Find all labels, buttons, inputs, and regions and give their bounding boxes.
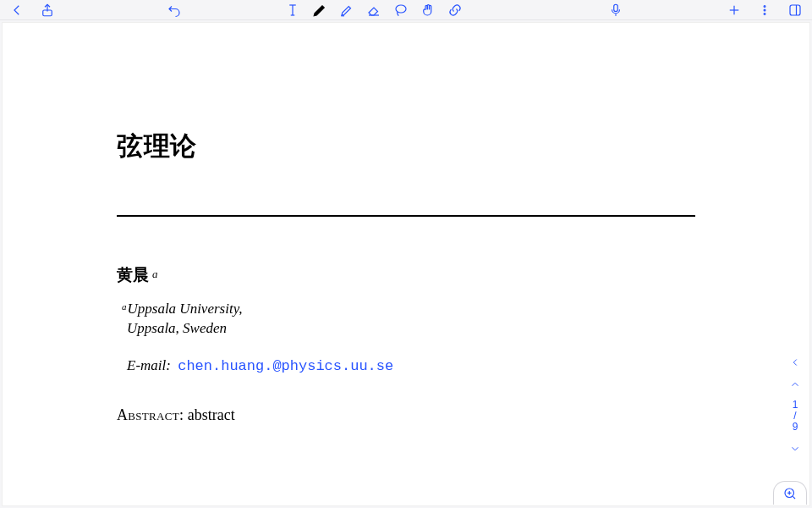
microphone-icon[interactable]: [607, 2, 624, 19]
highlighter-tool-icon[interactable]: [338, 2, 355, 19]
affil-line1: Uppsala University,: [128, 301, 243, 317]
toolbar: [0, 0, 812, 20]
page-indicator: 1 / 9: [793, 400, 798, 433]
back-icon[interactable]: [8, 2, 25, 19]
page-nav: 1 / 9: [788, 356, 802, 456]
toolbar-mic-group: [607, 2, 624, 19]
page-down-icon[interactable]: [788, 442, 802, 456]
document-title: 弦理论: [117, 129, 695, 164]
svg-point-4: [764, 9, 765, 11]
svg-point-3: [764, 5, 765, 7]
email-value[interactable]: chen.huang.@physics.uu.se: [174, 358, 393, 374]
svg-point-1: [396, 5, 406, 13]
abstract-row: Abstract: abstract: [117, 406, 695, 424]
author-line: 黄晨a: [117, 264, 695, 286]
document-page: 弦理论 黄晨a aUppsala University, Uppsala, Sw…: [2, 22, 810, 506]
author-sup: a: [149, 268, 158, 280]
share-icon[interactable]: [39, 2, 56, 19]
svg-rect-6: [790, 5, 800, 15]
more-vertical-icon[interactable]: [756, 2, 773, 19]
pen-tool-icon[interactable]: [311, 2, 328, 19]
page-total: 9: [793, 422, 798, 433]
toolbar-tools-group: [284, 2, 464, 19]
hand-tool-icon[interactable]: [420, 2, 436, 19]
lasso-tool-icon[interactable]: [392, 2, 409, 19]
sidebar-panel-icon[interactable]: [787, 2, 804, 19]
toolbar-right-group: [726, 2, 804, 19]
svg-rect-2: [614, 4, 618, 11]
svg-point-5: [764, 13, 765, 14]
author-name: 黄晨: [117, 266, 149, 284]
abstract-label: Abstract:: [117, 406, 184, 423]
plus-icon[interactable]: [726, 2, 743, 19]
eraser-tool-icon[interactable]: [365, 2, 382, 19]
toolbar-left-group: [8, 2, 56, 19]
undo-icon[interactable]: [166, 2, 183, 19]
collapse-icon[interactable]: [788, 356, 802, 369]
email-label: E-mail:: [127, 357, 171, 373]
title-rule: [117, 215, 695, 217]
zoom-button[interactable]: [773, 481, 807, 505]
affil-line2: Uppsala, Sweden: [122, 319, 695, 339]
email-row: E-mail: chen.huang.@physics.uu.se: [117, 357, 695, 374]
abstract-text: abstract: [188, 406, 235, 423]
text-tool-icon[interactable]: [284, 2, 301, 19]
toolbar-undo-group: [166, 2, 183, 19]
page-up-icon[interactable]: [788, 378, 802, 391]
affiliation: aUppsala University, Uppsala, Sweden: [117, 300, 695, 339]
link-tool-icon[interactable]: [447, 2, 464, 19]
